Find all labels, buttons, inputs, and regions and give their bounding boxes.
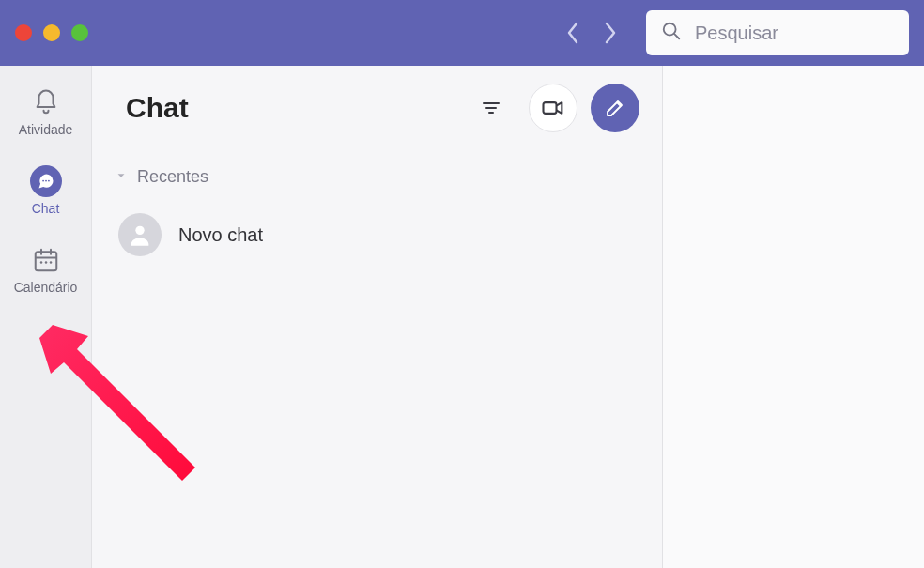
- svg-line-1: [674, 34, 679, 38]
- rail-label: Chat: [32, 201, 60, 216]
- video-icon: [540, 95, 566, 121]
- minimize-window-button[interactable]: [43, 24, 60, 41]
- chat-list: Novo chat: [92, 194, 662, 275]
- chevron-left-icon: [565, 21, 580, 45]
- svg-point-10: [44, 261, 47, 264]
- chat-list-panel: Chat Recentes Novo chat: [92, 66, 663, 568]
- section-recent[interactable]: Recentes: [92, 150, 662, 194]
- close-window-button[interactable]: [15, 24, 32, 41]
- search-icon: [661, 21, 682, 45]
- chevron-down-icon: [115, 167, 128, 187]
- rail-label: Calendário: [14, 280, 78, 295]
- chat-item[interactable]: Novo chat: [103, 200, 651, 269]
- meet-now-button[interactable]: [529, 84, 578, 132]
- rail-item-calendar[interactable]: Calendário: [0, 240, 91, 299]
- maximize-window-button[interactable]: [71, 24, 88, 41]
- filter-button[interactable]: [467, 84, 516, 132]
- search-input[interactable]: [695, 23, 894, 44]
- forward-button[interactable]: [603, 21, 618, 45]
- history-nav: [565, 21, 618, 45]
- content-panel: [663, 66, 924, 568]
- chevron-right-icon: [603, 21, 618, 45]
- chat-item-label: Novo chat: [178, 224, 263, 246]
- rail-label: Atividade: [19, 122, 73, 137]
- titlebar: [0, 0, 924, 66]
- window-controls: [15, 24, 88, 41]
- compose-icon: [604, 97, 626, 119]
- chat-icon: [30, 165, 62, 197]
- back-button[interactable]: [565, 21, 580, 45]
- svg-point-3: [45, 180, 47, 182]
- bell-icon: [30, 86, 62, 118]
- search-box[interactable]: [646, 10, 909, 55]
- svg-point-11: [49, 261, 52, 264]
- person-icon: [127, 222, 153, 248]
- app-rail: Atividade Chat Calendário: [0, 66, 92, 568]
- svg-point-2: [42, 180, 44, 182]
- chat-list-header: Chat: [92, 66, 662, 150]
- svg-point-16: [135, 226, 144, 235]
- svg-rect-15: [544, 102, 557, 114]
- svg-point-4: [48, 180, 50, 182]
- svg-point-9: [39, 261, 42, 264]
- avatar: [118, 213, 162, 256]
- rail-item-activity[interactable]: Atividade: [0, 83, 91, 141]
- new-chat-button[interactable]: [591, 84, 639, 132]
- section-label-text: Recentes: [137, 167, 208, 187]
- calendar-icon: [30, 244, 62, 276]
- filter-icon: [480, 97, 502, 119]
- chat-list-title: Chat: [126, 92, 189, 124]
- rail-item-chat[interactable]: Chat: [0, 161, 91, 220]
